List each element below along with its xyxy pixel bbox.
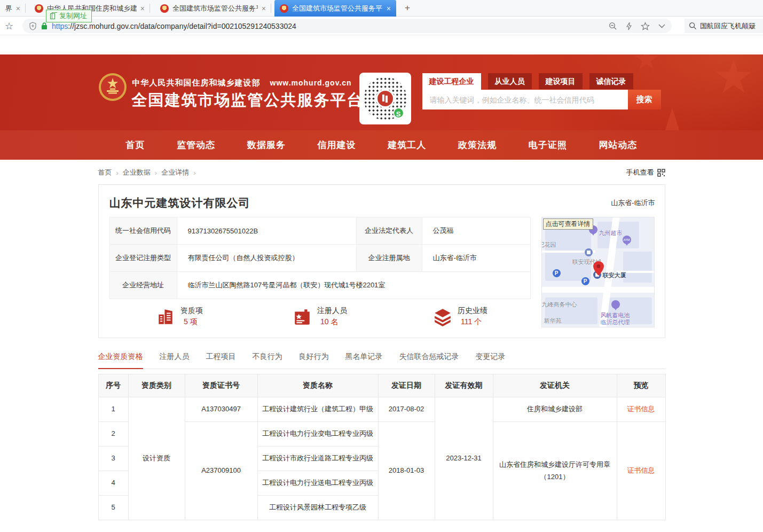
search-tab-project[interactable]: 建设项目 (539, 73, 583, 89)
col-header-preview: 预览 (617, 374, 665, 397)
tab-separator (150, 4, 150, 13)
search-button[interactable]: 搜索 (628, 90, 661, 109)
stat-qualifications[interactable]: 资质项 5 项 (109, 306, 250, 327)
tab-projects[interactable]: 工程项目 (206, 352, 236, 369)
chevron-right-icon (155, 169, 157, 177)
bookmark-star-icon[interactable] (5, 20, 13, 32)
certificate-info-link[interactable]: 证书信息 (627, 405, 655, 413)
parking-pin-icon: P (581, 277, 589, 285)
ministry-url: www.mohurd.gov.cn (270, 79, 352, 87)
building-pin-icon (585, 248, 593, 256)
wechat-icon (393, 107, 404, 119)
url-text[interactable]: https://jzsc.mohurd.gov.cn/data/company/… (52, 22, 296, 30)
close-icon[interactable]: × (16, 5, 20, 12)
tab-title: 界 (5, 4, 12, 13)
quick-search-box[interactable]: 国航回应飞机颠簸 (685, 19, 763, 33)
shield-icon[interactable] (29, 22, 37, 30)
breadcrumb: 首页 企业数据 企业详情 手机查看 (98, 168, 665, 177)
search-tab-credit[interactable]: 诚信记录 (589, 73, 633, 89)
nav-item-policy[interactable]: 政策法规 (458, 130, 497, 160)
parking-pin-icon: P (553, 269, 561, 277)
col-header-valid-until: 发证有效期 (435, 374, 493, 397)
page-top-gap (0, 35, 763, 54)
table-row: 1 设计资质 A137030497 工程设计建筑行业（建筑工程）甲级 2017-… (98, 397, 665, 422)
new-tab-button[interactable]: + (401, 3, 414, 14)
qualification-table: 序号 资质类别 资质证书号 资质名称 发证日期 发证有效期 发证机关 预览 1 … (98, 374, 666, 520)
info-label: 企业登记注册类型 (109, 245, 177, 272)
red-location-marker-icon (593, 261, 604, 276)
map-label-supermarket: 九州超市 (599, 229, 623, 237)
building-icon (156, 307, 175, 326)
cell-preview: 证书信息 (617, 422, 665, 520)
tab-bad-behavior[interactable]: 不良行为 (253, 352, 282, 369)
nav-item-credit[interactable]: 信用建设 (318, 130, 356, 160)
nav-item-data-service[interactable]: 数据服务 (247, 130, 286, 160)
lightning-icon[interactable] (626, 22, 632, 30)
tab-blacklist[interactable]: 黑名单记录 (345, 352, 383, 369)
copy-url-tooltip: 复制网址 (46, 10, 92, 22)
cell-name: 工程设计风景园林工程专项乙级 (257, 496, 378, 520)
close-icon[interactable]: × (387, 5, 391, 12)
zoom-out-icon[interactable] (609, 22, 617, 30)
tab-change-records[interactable]: 变更记录 (476, 352, 506, 369)
search-tab-personnel[interactable]: 从业人员 (488, 73, 532, 89)
cell-valid-until: 2023-12-31 (435, 397, 493, 520)
map-block (545, 225, 591, 281)
search-tab-enterprise[interactable]: 建设工程企业 (422, 73, 481, 90)
info-label: 企业法定代表人 (356, 217, 422, 245)
company-location-map[interactable]: 点击可查看详情 九州超市 ATM 记花园 联安现代城 联安大厦 P P 九峰 (541, 217, 655, 327)
national-emblem-icon (98, 73, 127, 101)
info-label: 统一社会信用代码 (109, 217, 177, 245)
tab-good-behavior[interactable]: 良好行为 (299, 352, 329, 369)
cell-issue-date: 2017-08-02 (378, 397, 435, 422)
cell-no: 1 (98, 397, 128, 422)
tab-favicon-emblem-icon (280, 4, 288, 13)
stat-label: 注册人员 (317, 306, 347, 316)
nav-item-elicense[interactable]: 电子证照 (529, 130, 567, 160)
breadcrumb-company-detail[interactable]: 企业详情 (161, 168, 189, 177)
chevron-down-icon[interactable] (658, 24, 665, 28)
mobile-view-link[interactable]: 手机查看 (626, 168, 665, 177)
col-header-name: 资质名称 (257, 374, 378, 397)
site-nav: 首页 监管动态 数据服务 信用建设 建筑工人 政策法规 电子证照 网站动态 (0, 130, 763, 160)
nav-item-home[interactable]: 首页 (126, 130, 145, 160)
browser-tab-jzsc[interactable]: 全国建筑市场监管公共服务平台 × (155, 0, 271, 17)
cell-name: 工程设计电力行业变电工程专业丙级 (257, 422, 378, 447)
secure-lock-icon (41, 22, 48, 30)
map-label-business-center: 九峰商务中心 (542, 301, 577, 309)
breadcrumb-home[interactable]: 首页 (98, 168, 112, 177)
breadcrumb-company-data[interactable]: 企业数据 (123, 168, 151, 177)
map-label-xinhua: 新华苑 (544, 317, 562, 325)
keyword-search-input[interactable] (422, 90, 628, 109)
map-block (623, 252, 652, 283)
site-header: 中华人民共和国住房和城乡建设部 www.mohurd.gov.cn 全国建筑市场… (0, 54, 763, 130)
nav-item-supervision[interactable]: 监管动态 (177, 130, 215, 160)
tab-registered-personnel[interactable]: 注册人员 (160, 352, 190, 369)
certificate-info-link[interactable]: 证书信息 (627, 466, 655, 474)
cell-preview: 证书信息 (617, 397, 665, 422)
header-qr-code (359, 73, 411, 124)
stat-registered-personnel[interactable]: 注册人员 10 名 (250, 306, 390, 327)
tab-dishonesty[interactable]: 失信联合惩戒记录 (399, 352, 459, 369)
map-click-tooltip: 点击可查看详情 (543, 218, 593, 230)
nav-item-workers[interactable]: 建筑工人 (388, 130, 426, 160)
browser-tab-partial[interactable]: 界 × (0, 0, 26, 17)
close-icon[interactable]: × (140, 5, 145, 12)
qr-center-logo (376, 89, 395, 108)
browser-tab-active[interactable]: 全国建筑市场监管公共服务平台 × (274, 0, 396, 17)
favorite-star-icon[interactable] (641, 22, 650, 30)
stat-historical-performance[interactable]: 历史业绩 111 个 (390, 306, 531, 327)
close-icon[interactable]: × (262, 5, 266, 12)
tab-favicon-emblem-icon (35, 4, 43, 13)
nav-item-site-news[interactable]: 网站动态 (599, 130, 637, 160)
header-search-block: 建设工程企业 从业人员 建设项目 诚信记录 搜索 (422, 73, 661, 109)
url-field[interactable]: https://jzsc.mohurd.gov.cn/data/company/… (22, 19, 672, 33)
cell-name: 工程设计电力行业送电工程专业丙级 (257, 471, 378, 496)
tab-qualifications[interactable]: 企业资质资格 (98, 352, 143, 369)
stat-value: 10 名 (317, 317, 347, 327)
table-header-row: 序号 资质类别 资质证书号 资质名称 发证日期 发证有效期 发证机关 预览 (98, 374, 665, 397)
chevron-right-icon (116, 169, 119, 177)
stat-label: 历史业绩 (458, 306, 487, 316)
battery-pin-icon (611, 300, 620, 309)
col-header-no: 序号 (98, 374, 128, 397)
